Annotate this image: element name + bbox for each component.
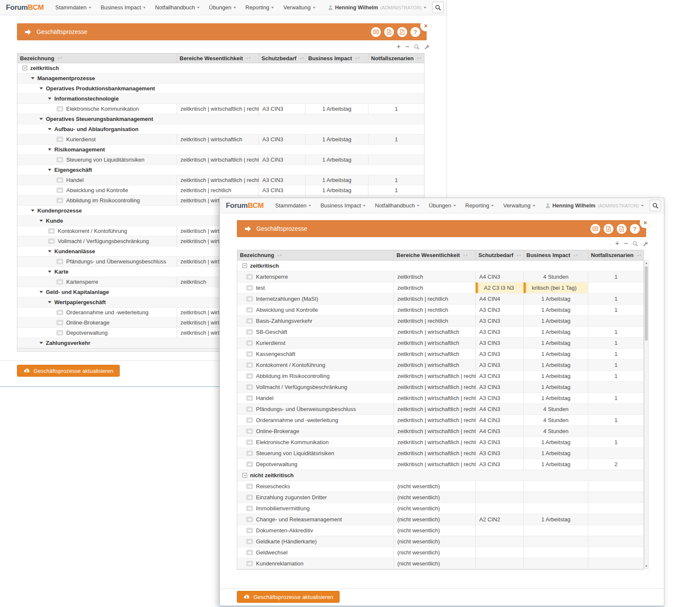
table-row[interactable]: Elektronische Kommunikationzeitkritisch …: [17, 104, 424, 114]
report-icon[interactable]: [371, 27, 381, 37]
scroll-up-icon[interactable]: ▲: [644, 261, 648, 264]
menu-item-stammdaten[interactable]: Stammdaten: [270, 202, 316, 209]
menu-item-verwaltung[interactable]: Verwaltung: [278, 4, 320, 11]
vertical-scrollbar[interactable]: ▲▼: [644, 260, 649, 569]
caret-down-icon[interactable]: [39, 118, 43, 120]
settings-wrench-icon[interactable]: [643, 241, 648, 246]
column-header[interactable]: Notfallszenarien▲▼: [368, 53, 424, 63]
collapse-all-icon[interactable]: −: [624, 241, 628, 246]
caret-down-icon[interactable]: [39, 342, 43, 344]
table-row[interactable]: Steuerung von Liquiditätsrisikenzeitkrit…: [17, 155, 424, 165]
group-row[interactable]: Eigengeschäft: [17, 165, 424, 175]
group-row[interactable]: Operatives Steuerungsbankmanagement: [17, 114, 424, 124]
group-row[interactable]: Risikomanagement: [17, 145, 424, 155]
group-row[interactable]: Operatives Produktionsbankmanagement: [17, 84, 424, 94]
menu-item--bungen[interactable]: Übungen: [204, 4, 241, 11]
table-row[interactable]: Geldkarte (Händlerkarte)(nicht wesentlic…: [237, 536, 644, 547]
table-row[interactable]: Reiseschecks(nicht wesentlich): [237, 481, 644, 492]
settings-wrench-icon[interactable]: [424, 44, 430, 50]
excel-export-icon[interactable]: x: [397, 27, 407, 37]
table-row[interactable]: Geldwechsel(nicht wesentlich): [237, 547, 644, 558]
column-header[interactable]: Notfallszenarien▲▼: [588, 250, 644, 260]
sort-icons[interactable]: ▲▼: [355, 57, 360, 59]
app-logo[interactable]: ForumBCM: [220, 201, 270, 210]
menu-item-business-impact[interactable]: Business Impact: [316, 202, 370, 209]
column-header[interactable]: Business Impact▲▼: [305, 53, 368, 63]
close-icon[interactable]: ×: [640, 217, 651, 228]
table-row[interactable]: KartensperrezeitkritischA4 CIN34 Stunden…: [237, 271, 644, 283]
group-row[interactable]: zeitkritisch: [237, 260, 644, 271]
table-search-icon[interactable]: [414, 44, 419, 50]
sort-icons[interactable]: ▲▼: [463, 254, 468, 257]
scroll-down-icon[interactable]: ▼: [644, 565, 648, 568]
sort-icons[interactable]: ▲▼: [516, 254, 521, 257]
table-search-icon[interactable]: [633, 241, 638, 246]
group-row[interactable]: Informationstechnologie: [17, 94, 424, 104]
pdf-export-icon[interactable]: A: [384, 27, 394, 37]
caret-down-icon[interactable]: [39, 87, 43, 90]
caret-down-icon[interactable]: [39, 220, 43, 222]
group-row[interactable]: Aufbau- und Ablauforganisation: [17, 124, 424, 134]
sort-icons[interactable]: ▲▼: [57, 57, 62, 59]
column-header[interactable]: Bereiche Wesentlichkeit▲▼: [177, 53, 259, 63]
update-processes-button[interactable]: Geschäftsprozesse aktualisieren: [237, 591, 340, 603]
table-row[interactable]: Kassengeschäftzeitkritisch | wirtschaftl…: [237, 349, 644, 360]
caret-down-icon[interactable]: [31, 210, 34, 212]
collapse-all-icon[interactable]: −: [405, 44, 409, 50]
menu-item-verwaltung[interactable]: Verwaltung: [498, 202, 540, 209]
table-row[interactable]: Kurierdienstzeitkritisch | wirtschaftlic…: [237, 338, 644, 349]
sort-icons[interactable]: ▲▼: [299, 57, 304, 59]
close-icon[interactable]: ×: [420, 20, 431, 31]
table-row[interactable]: Abbildung im Risikocontrollingzeitkritis…: [237, 371, 644, 382]
table-row[interactable]: Kurierdienstzeitkritisch | wirtschaftlic…: [17, 134, 424, 145]
caret-down-icon[interactable]: [31, 77, 34, 79]
table-row[interactable]: Change- und Releasemanagement(nicht wese…: [237, 514, 644, 525]
table-row[interactable]: Kundenreklamation(nicht wesentlich): [237, 558, 644, 569]
menu-item-notfallhandbuch[interactable]: Notfallhandbuch: [150, 4, 204, 11]
help-icon[interactable]: ?: [410, 27, 420, 37]
update-processes-button[interactable]: Geschäftsprozesse aktualisieren: [17, 365, 120, 377]
caret-down-icon[interactable]: [48, 271, 51, 273]
caret-down-icon[interactable]: [48, 301, 51, 303]
app-logo[interactable]: ForumBCM: [0, 3, 51, 12]
report-icon[interactable]: [590, 224, 600, 234]
table-row[interactable]: Immobilienvermittlung(nicht wesentlich): [237, 503, 644, 514]
column-header[interactable]: Schutzbedarf▲▼: [475, 250, 523, 260]
caret-down-icon[interactable]: [48, 98, 51, 100]
menu-item--bungen[interactable]: Übungen: [424, 202, 461, 209]
table-row[interactable]: Elektronische Kommunikationzeitkritisch …: [237, 437, 644, 448]
group-row[interactable]: nicht zeitkritisch: [237, 470, 644, 481]
caret-down-icon[interactable]: [48, 169, 51, 171]
menu-item-reporting[interactable]: Reporting: [241, 4, 278, 11]
help-icon[interactable]: ?: [630, 224, 640, 234]
group-row[interactable]: zeitkritisch: [17, 63, 424, 73]
table-row[interactable]: Kontokorrent / Kontoführungzeitkritisch …: [237, 360, 644, 371]
table-row[interactable]: Pfändungs- und Überweisungsbeschlusszeit…: [237, 404, 644, 415]
table-row[interactable]: SB-Geschäftzeitkritisch | wirtschaftlich…: [237, 327, 644, 338]
table-row[interactable]: Abwicklung und Kontrollezeitkritisch | r…: [17, 185, 424, 196]
table-row[interactable]: Internetzahlungen (MaSI)zeitkritisch | r…: [237, 294, 644, 305]
expand-all-icon[interactable]: +: [396, 44, 400, 50]
user-menu[interactable]: Henning Wilhelm (ADMINISTRATOR): [328, 5, 426, 11]
column-header[interactable]: Schutzbedarf▲▼: [259, 53, 305, 63]
sort-icons[interactable]: ▲▼: [416, 57, 422, 59]
menu-item-notfallhandbuch[interactable]: Notfallhandbuch: [370, 202, 424, 209]
sort-icons[interactable]: ▲▼: [573, 254, 578, 257]
expand-all-icon[interactable]: +: [615, 241, 619, 246]
group-row[interactable]: Managementprozesse: [17, 73, 424, 84]
caret-down-icon[interactable]: [48, 128, 51, 130]
table-row[interactable]: Orderannahme und -weiterleitungzeitkriti…: [237, 415, 644, 426]
table-row[interactable]: Basis-Zahlungsverkehrzeitkritisch | rech…: [237, 316, 644, 327]
user-menu[interactable]: Henning Wilhelm (ADMINISTRATOR): [545, 203, 644, 209]
collapse-minus-icon[interactable]: [22, 66, 27, 70]
table-row[interactable]: Dokumenten-Akkreditiv(nicht wesentlich): [237, 525, 644, 536]
menu-item-stammdaten[interactable]: Stammdaten: [51, 4, 96, 11]
search-button[interactable]: [432, 2, 444, 13]
column-header[interactable]: Bereiche Wesentlichkeit▲▼: [394, 250, 475, 260]
menu-item-business-impact[interactable]: Business Impact: [96, 4, 150, 11]
table-row[interactable]: testzeitkritischA2 C3 I3 N3kritisch (bei…: [237, 283, 644, 294]
menu-item-reporting[interactable]: Reporting: [461, 202, 498, 209]
table-row[interactable]: Handelzeitkritisch | wirtschaftlich | re…: [17, 175, 424, 185]
table-row[interactable]: Depotverwaltungzeitkritisch | wirtschaft…: [237, 459, 644, 470]
table-row[interactable]: Abwicklung und Kontrollezeitkritisch | r…: [237, 305, 644, 316]
